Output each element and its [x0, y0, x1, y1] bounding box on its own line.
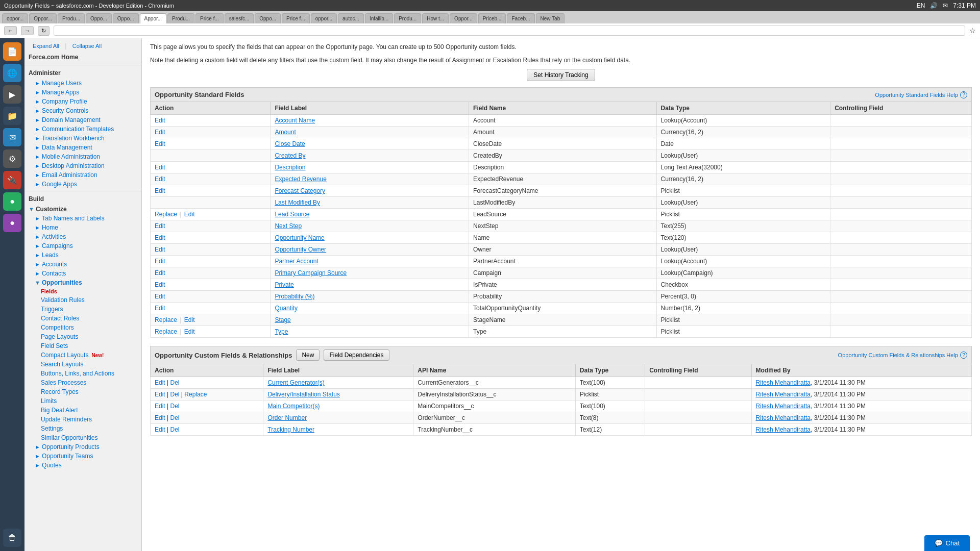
edit-link[interactable]: Edit: [155, 129, 165, 136]
sidebar-page-layouts[interactable]: Page Layouts: [24, 332, 141, 341]
sidebar-security-controls[interactable]: ► Security Controls: [24, 106, 141, 115]
action-link-replace[interactable]: Replace: [155, 328, 177, 335]
sidebar-email-admin[interactable]: ► Email Administration: [24, 170, 141, 180]
field-label-link[interactable]: Created By: [275, 152, 305, 159]
action-link-edit[interactable]: Edit: [155, 379, 165, 386]
os-icon-app1[interactable]: 🔌: [3, 171, 21, 189]
sidebar-validation-rules[interactable]: Validation Rules: [24, 295, 141, 305]
sidebar-manage-users[interactable]: ► Manage Users: [24, 79, 141, 88]
sidebar-big-deal-alert[interactable]: Big Deal Alert: [24, 406, 141, 415]
field-label-link[interactable]: Quantity: [275, 305, 298, 312]
action-link-edit[interactable]: Edit: [184, 211, 195, 218]
action-link-del[interactable]: Del: [170, 403, 179, 410]
browser-tab[interactable]: Oppor...: [29, 13, 57, 23]
sidebar-compact-layouts[interactable]: Compact LayoutsNew!: [24, 350, 141, 360]
field-label-link[interactable]: Private: [275, 281, 293, 288]
edit-link[interactable]: Edit: [155, 293, 165, 300]
sidebar-customize[interactable]: ▼ Customize: [24, 205, 141, 214]
sidebar-data-management[interactable]: ► Data Management: [24, 143, 141, 152]
os-icon-app3[interactable]: ●: [3, 214, 21, 232]
forward-button[interactable]: →: [21, 26, 34, 35]
sidebar-sales-processes[interactable]: Sales Processes: [24, 378, 141, 387]
field-label-link[interactable]: Expected Revenue: [275, 176, 326, 183]
field-label-link[interactable]: Primary Campaign Source: [275, 269, 347, 277]
browser-tab[interactable]: Produ...: [58, 13, 85, 23]
action-link-edit[interactable]: Edit: [155, 391, 165, 398]
os-icon-browser[interactable]: 🌐: [3, 64, 21, 82]
browser-tab[interactable]: Oppo...: [255, 13, 281, 23]
sidebar-limits[interactable]: Limits: [24, 396, 141, 406]
sidebar-record-types[interactable]: Record Types: [24, 387, 141, 396]
browser-tab[interactable]: oppor...: [2, 13, 28, 23]
action-link-edit[interactable]: Edit: [155, 426, 165, 433]
browser-tab[interactable]: Oppo...: [113, 13, 139, 23]
sidebar-translation-workbench[interactable]: ► Translation Workbench: [24, 134, 141, 143]
edit-link[interactable]: Edit: [155, 222, 165, 230]
field-label-link[interactable]: Next Step: [275, 222, 302, 230]
sidebar-search-layouts[interactable]: Search Layouts: [24, 360, 141, 369]
modified-by-link[interactable]: Ritesh Mehandiratta: [756, 426, 811, 433]
sidebar-campaigns[interactable]: ► Campaigns: [24, 241, 141, 251]
sidebar-update-reminders[interactable]: Update Reminders: [24, 415, 141, 424]
sidebar-force-home[interactable]: Force.com Home: [24, 52, 141, 63]
os-icon-terminal[interactable]: ▶: [3, 85, 21, 104]
modified-by-link[interactable]: Ritesh Mehandiratta: [756, 403, 811, 410]
sidebar-contact-roles[interactable]: Contact Roles: [24, 314, 141, 323]
browser-tab[interactable]: oppor...: [311, 13, 337, 23]
os-icon-app2[interactable]: ●: [3, 192, 21, 211]
edit-link[interactable]: Edit: [155, 234, 165, 241]
custom-field-label-link[interactable]: Main Competitor(s): [267, 403, 320, 410]
modified-by-link[interactable]: Ritesh Mehandiratta: [756, 379, 811, 386]
custom-field-label-link[interactable]: Current Generator(s): [267, 379, 324, 386]
browser-tab[interactable]: Oppo...: [86, 13, 112, 23]
modified-by-link[interactable]: Ritesh Mehandiratta: [756, 414, 811, 421]
os-icon-files2[interactable]: 📁: [3, 107, 21, 125]
sidebar-google-apps[interactable]: ► Google Apps: [24, 180, 141, 189]
field-label-link[interactable]: Partner Account: [275, 258, 318, 265]
field-label-link[interactable]: Forecast Category: [275, 187, 325, 194]
sidebar-desktop-admin[interactable]: ► Desktop Administration: [24, 161, 141, 170]
sidebar-comm-templates[interactable]: ► Communication Templates: [24, 124, 141, 134]
sidebar-mobile-admin[interactable]: ► Mobile Administration: [24, 152, 141, 161]
edit-link[interactable]: Edit: [155, 305, 165, 312]
back-button[interactable]: ←: [4, 26, 17, 35]
action-link-replace[interactable]: Replace: [155, 211, 177, 218]
standard-fields-help-link[interactable]: Opportunity Standard Fields Help ?: [875, 91, 967, 98]
browser-tab[interactable]: Infallib...: [365, 13, 393, 23]
edit-link[interactable]: Edit: [155, 117, 165, 124]
browser-tab[interactable]: Oppor...: [450, 13, 477, 23]
edit-link[interactable]: Edit: [155, 187, 165, 194]
custom-field-label-link[interactable]: Delivery/Installation Status: [267, 391, 339, 398]
browser-tab[interactable]: Appor...: [140, 13, 166, 23]
field-dependencies-button[interactable]: Field Dependencies: [324, 349, 389, 361]
sidebar-competitors[interactable]: Competitors: [24, 323, 141, 332]
browser-tab[interactable]: Price f...: [282, 13, 310, 23]
browser-tab[interactable]: autoc...: [338, 13, 364, 23]
browser-tab[interactable]: How t...: [422, 13, 449, 23]
sidebar-activities[interactable]: ► Activities: [24, 232, 141, 241]
field-label-link[interactable]: Opportunity Owner: [275, 246, 326, 253]
sidebar-fields[interactable]: Fields: [24, 287, 141, 295]
chat-widget[interactable]: 💬 Chat: [924, 535, 970, 551]
set-history-tracking-button[interactable]: Set History Tracking: [527, 69, 595, 81]
field-label-link[interactable]: Close Date: [275, 140, 305, 147]
sidebar-tab-names[interactable]: ► Tab Names and Labels: [24, 214, 141, 223]
edit-link[interactable]: Edit: [155, 246, 165, 253]
sidebar-manage-apps[interactable]: ► Manage Apps: [24, 88, 141, 97]
action-link-edit[interactable]: Edit: [184, 316, 195, 323]
action-link-replace[interactable]: Replace: [155, 316, 177, 323]
os-icon-trash[interactable]: 🗑: [3, 529, 21, 547]
action-link-del[interactable]: Del: [170, 426, 179, 433]
sidebar-leads[interactable]: ► Leads: [24, 251, 141, 260]
field-label-link[interactable]: Description: [275, 164, 305, 171]
field-label-link[interactable]: Opportunity Name: [275, 234, 324, 241]
edit-link[interactable]: Edit: [155, 164, 165, 171]
sidebar-accounts[interactable]: ► Accounts: [24, 260, 141, 269]
field-label-link[interactable]: Stage: [275, 316, 290, 323]
action-link-edit[interactable]: Edit: [184, 328, 195, 335]
edit-link[interactable]: Edit: [155, 140, 165, 147]
edit-link[interactable]: Edit: [155, 269, 165, 277]
sidebar-quotes[interactable]: ► Quotes: [24, 461, 141, 470]
sidebar-opportunity-teams[interactable]: ► Opportunity Teams: [24, 452, 141, 461]
reload-button[interactable]: ↻: [38, 26, 50, 36]
